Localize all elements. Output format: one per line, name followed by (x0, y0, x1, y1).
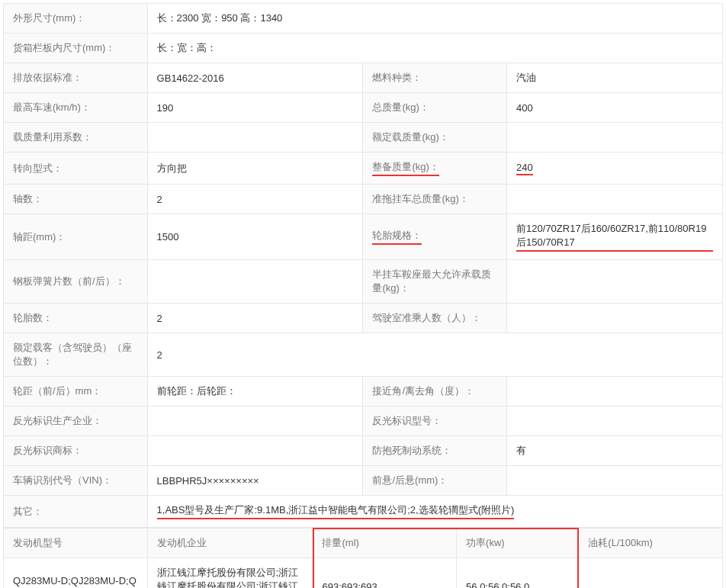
h-model: 发动机型号 (4, 529, 148, 558)
label-reflmodel: 反光标识型号： (363, 406, 507, 436)
label-topspeed: 最高车速(km/h)： (4, 93, 148, 123)
value-emission: GB14622-2016 (147, 63, 363, 93)
value-cargo: 长：宽：高： (147, 34, 722, 63)
table-row: 轮胎数： 2 驾驶室准乘人数（人）： (4, 304, 723, 333)
h-fuel: 油耗(L/100km) (579, 529, 723, 558)
value-axles: 2 (147, 185, 363, 214)
value-track: 前轮距：后轮距： (147, 377, 363, 406)
value-fuel: 汽油 (507, 63, 723, 93)
label-trailer: 准拖挂车总质量(kg)： (363, 185, 507, 214)
engine-maker: 浙江钱江摩托股份有限公司;浙江钱江摩托股份有限公司;浙江钱江摩托股份有限公司; (147, 558, 313, 589)
label-cabseats: 驾驶室准乘人数（人）： (363, 304, 507, 333)
label-tire: 轮胎规格： (363, 214, 507, 260)
value-cabseats (507, 304, 723, 333)
engine-data-row: QJ283MU-D;QJ283MU-D;QJ283MU-D 浙江钱江摩托股份有限… (4, 558, 723, 589)
table-row: 排放依据标准： GB14622-2016 燃料种类： 汽油 (4, 63, 723, 93)
label-abs: 防抱死制动系统： (363, 436, 507, 466)
value-topspeed: 190 (147, 93, 363, 123)
label-emission: 排放依据标准： (4, 63, 148, 93)
value-reflmaker (147, 406, 363, 436)
table-row: 反光标识商标： 防抱死制动系统： 有 (4, 436, 723, 466)
label-saddle: 半挂车鞍座最大允许承载质量(kg)： (363, 260, 507, 304)
label-track: 轮距（前/后）mm： (4, 377, 148, 406)
table-row: 货箱栏板内尺寸(mm)： 长：宽：高： (4, 34, 723, 63)
h-disp: 排量(ml) (313, 529, 457, 558)
value-approach (507, 377, 723, 406)
engine-power: 56.0;56.0;56.0 (457, 558, 579, 589)
label-overhang: 前悬/后悬(mm)： (363, 466, 507, 496)
value-tirecount: 2 (147, 304, 363, 333)
label-refltm: 反光标识商标： (4, 436, 148, 466)
label-steer: 转向型式： (4, 153, 148, 185)
table-row: 车辆识别代号（VIN)： LBBPHR5J××××××××× 前悬/后悬(mm)… (4, 466, 723, 496)
engine-fuel (579, 558, 723, 589)
label-fuel: 燃料种类： (363, 63, 507, 93)
h-maker: 发动机企业 (147, 529, 313, 558)
table-row: 额定载客（含驾驶员）（座位数）： 2 (4, 333, 723, 377)
label-wheelbase: 轴距(mm)： (4, 214, 148, 260)
label-loadratio: 载质量利用系数： (4, 123, 148, 153)
table-row: 其它： 1,ABS型号及生产厂家:9.1MB,浙江益中智能电气有限公司;2,选装… (4, 496, 723, 528)
table-row: 反光标识生产企业： 反光标识型号： (4, 406, 723, 436)
label-spring: 钢板弹簧片数（前/后）： (4, 260, 148, 304)
value-dim: 长：2300 宽：950 高：1340 (147, 4, 722, 34)
value-rated (507, 123, 723, 153)
value-wheelbase: 1500 (147, 214, 363, 260)
table-row: 钢板弹簧片数（前/后）： 半挂车鞍座最大允许承载质量(kg)： (4, 260, 723, 304)
value-gross: 400 (507, 93, 723, 123)
value-tire: 前120/70ZR17后160/60ZR17,前110/80R19后150/70… (507, 214, 723, 260)
value-abs: 有 (507, 436, 723, 466)
table-row: 最高车速(km/h)： 190 总质量(kg)： 400 (4, 93, 723, 123)
label-axles: 轴数： (4, 185, 148, 214)
table-row: 轴距(mm)： 1500 轮胎规格： 前120/70ZR17后160/60ZR1… (4, 214, 723, 260)
value-steer: 方向把 (147, 153, 363, 185)
value-pax: 2 (147, 333, 722, 377)
h-power: 功率(kw) (457, 529, 579, 558)
label-pax: 额定载客（含驾驶员）（座位数）： (4, 333, 148, 377)
label-cargo: 货箱栏板内尺寸(mm)： (4, 34, 148, 63)
table-row: 转向型式： 方向把 整备质量(kg)： 240 (4, 153, 723, 185)
value-refltm (147, 436, 363, 466)
value-other: 1,ABS型号及生产厂家:9.1MB,浙江益中智能电气有限公司;2,选装轮辋型式… (147, 496, 722, 528)
value-reflmodel (507, 406, 723, 436)
value-curb: 240 (507, 153, 723, 185)
engine-disp: 693;693;693 (313, 558, 457, 589)
engine-table-wrap: 发动机型号 发动机企业 排量(ml) 功率(kw) 油耗(L/100km) QJ… (3, 528, 723, 588)
engine-table: 发动机型号 发动机企业 排量(ml) 功率(kw) 油耗(L/100km) QJ… (3, 528, 723, 588)
label-reflmaker: 反光标识生产企业： (4, 406, 148, 436)
label-vin: 车辆识别代号（VIN)： (4, 466, 148, 496)
label-gross: 总质量(kg)： (363, 93, 507, 123)
label-curb: 整备质量(kg)： (363, 153, 507, 185)
value-overhang (507, 466, 723, 496)
label-dim: 外形尺寸(mm)： (4, 4, 148, 34)
label-rated: 额定载质量(kg)： (363, 123, 507, 153)
value-saddle (507, 260, 723, 304)
table-row: 载质量利用系数： 额定载质量(kg)： (4, 123, 723, 153)
value-spring (147, 260, 363, 304)
spec-table: 外形尺寸(mm)： 长：2300 宽：950 高：1340 货箱栏板内尺寸(mm… (3, 3, 723, 528)
engine-model: QJ283MU-D;QJ283MU-D;QJ283MU-D (4, 558, 148, 589)
value-trailer (507, 185, 723, 214)
label-approach: 接近角/离去角（度）： (363, 377, 507, 406)
table-row: 外形尺寸(mm)： 长：2300 宽：950 高：1340 (4, 4, 723, 34)
label-tirecount: 轮胎数： (4, 304, 148, 333)
label-other: 其它： (4, 496, 148, 528)
table-row: 轮距（前/后）mm： 前轮距：后轮距： 接近角/离去角（度）： (4, 377, 723, 406)
table-row: 轴数： 2 准拖挂车总质量(kg)： (4, 185, 723, 214)
value-loadratio (147, 123, 363, 153)
engine-header-row: 发动机型号 发动机企业 排量(ml) 功率(kw) 油耗(L/100km) (4, 529, 723, 558)
value-vin: LBBPHR5J××××××××× (147, 466, 363, 496)
